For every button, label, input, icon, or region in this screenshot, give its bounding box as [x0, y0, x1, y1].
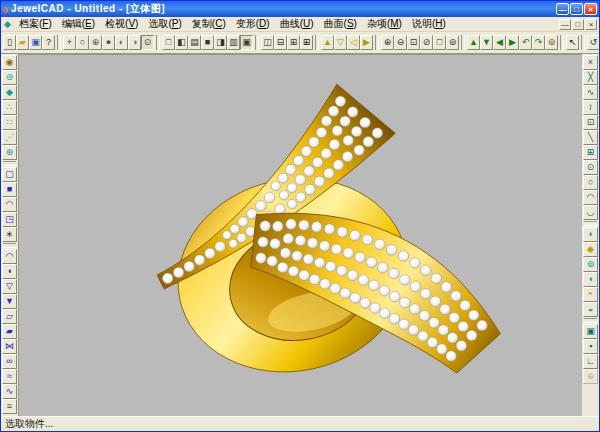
arc-filled-button[interactable]: ◖	[2, 264, 17, 279]
view-down-button[interactable]: ▽	[334, 35, 347, 50]
delete-point-button[interactable]: ╳	[583, 70, 598, 85]
triangle-filled-button[interactable]: ▼	[2, 294, 17, 309]
mdi-child-icon[interactable]: ◆	[4, 19, 11, 29]
dimension-tool-button[interactable]: ≡	[2, 399, 17, 414]
pan-right-button[interactable]: ▶	[506, 35, 519, 50]
select-cursor-button[interactable]: ↖	[566, 35, 579, 50]
zoom-out-button[interactable]: ⊖	[394, 35, 407, 50]
ring-wizard-button[interactable]: ⊜	[2, 70, 17, 85]
prong-tool-button[interactable]: ◖	[583, 272, 598, 287]
menu-help[interactable]: 说明(H)	[407, 18, 451, 29]
loft-surface-button[interactable]: ∞	[2, 354, 17, 369]
open-folder-button[interactable]: ▰	[16, 35, 29, 50]
zoom-window-button[interactable]: ⊡	[407, 35, 420, 50]
bead-tool-button[interactable]: ∴	[2, 100, 17, 115]
parallelogram-filled-button[interactable]: ▰	[2, 324, 17, 339]
pan-up-button[interactable]: ▲	[467, 35, 480, 50]
arc-up-button[interactable]: ◠	[583, 190, 598, 205]
mdi-minimize-button[interactable]: —	[559, 19, 571, 30]
sphere-half-left-button[interactable]: ◐	[115, 35, 128, 50]
edit-curve-button[interactable]: ≀	[583, 100, 598, 115]
square-hatch2-button[interactable]: ▥	[227, 35, 240, 50]
sphere-solid-button[interactable]: ●	[102, 35, 115, 50]
split-vertical-button[interactable]: ◫	[261, 35, 274, 50]
menu-view[interactable]: 检视(V)	[100, 18, 143, 29]
sphere-half-right-button[interactable]: ◑	[128, 35, 141, 50]
triangle-outline-button[interactable]: ▽	[2, 279, 17, 294]
menu-misc[interactable]: 杂项(M)	[362, 18, 407, 29]
titlebar[interactable]: ♦ JewelCAD - Untitled - [立体图] —□×	[1, 1, 599, 17]
menu-select[interactable]: 选取(P)	[143, 18, 186, 29]
rotate-right-button[interactable]: ↷	[532, 35, 545, 50]
square-white-button[interactable]: □	[162, 35, 175, 50]
save-button[interactable]: ▣	[29, 35, 42, 50]
point-object-button[interactable]: ▪	[583, 339, 598, 354]
polyline-tool-button[interactable]: ∿	[2, 384, 17, 399]
menu-file[interactable]: 档案(F)	[14, 18, 57, 29]
menu-surface[interactable]: 曲面(S)	[319, 18, 362, 29]
axes-button[interactable]: +	[63, 35, 76, 50]
control-point-button[interactable]: ⊡	[583, 115, 598, 130]
mdi-restore-button[interactable]: □	[572, 19, 584, 30]
channel-tool-button[interactable]: ◓	[583, 287, 598, 302]
corner-tool-button[interactable]: ◳	[2, 212, 17, 227]
zoom-previous-button[interactable]: ⊘	[420, 35, 433, 50]
square-right-black-button[interactable]: ◨	[214, 35, 227, 50]
minimize-button[interactable]: —	[556, 3, 569, 15]
mdi-close-button[interactable]: ×	[585, 19, 597, 30]
ball-joint-button[interactable]: ⊚	[583, 257, 598, 272]
view-render-button[interactable]: ◉	[2, 55, 17, 70]
render-view-button[interactable]: ⊚	[545, 35, 558, 50]
view-up-button[interactable]: ▲	[321, 35, 334, 50]
menu-edit[interactable]: 编辑(E)	[57, 18, 100, 29]
rect-outline-button[interactable]: ▢	[2, 167, 17, 182]
rect-filled-button[interactable]: ■	[2, 182, 17, 197]
close-button[interactable]: ×	[584, 3, 597, 15]
new-file-button[interactable]: ▯	[3, 35, 16, 50]
center-circle-button[interactable]: ⊙	[583, 160, 598, 175]
menu-transform[interactable]: 变形(D)	[231, 18, 275, 29]
menu-curve[interactable]: 曲线(U)	[275, 18, 319, 29]
square-frame-button[interactable]: ▣	[240, 35, 253, 50]
angle-tool-button[interactable]: ∟	[583, 354, 598, 369]
split-horizontal-button[interactable]: ⊟	[274, 35, 287, 50]
bowtie-surface-button[interactable]: ⋈	[2, 339, 17, 354]
point-edit-button[interactable]: ∗	[2, 227, 17, 242]
split-grid-button[interactable]: ⊞	[300, 35, 313, 50]
square-left-black-button[interactable]: ◧	[175, 35, 188, 50]
parallelogram-outline-button[interactable]: ▱	[2, 309, 17, 324]
rotate-left-button[interactable]: ↶	[519, 35, 532, 50]
split-quad-button[interactable]: ⊞	[287, 35, 300, 50]
wave-surface-button[interactable]: ≈	[2, 369, 17, 384]
menu-copy[interactable]: 复制(C)	[187, 18, 231, 29]
arc-open-button[interactable]: ◡	[583, 205, 598, 220]
square-hatch-button[interactable]: ▤	[188, 35, 201, 50]
restore-button[interactable]: □	[570, 3, 583, 15]
pave-tool-button[interactable]: ∷	[2, 115, 17, 130]
pan-down-button[interactable]: ▼	[480, 35, 493, 50]
gem-tool-button[interactable]: ◆	[2, 85, 17, 100]
smooth-curve-button[interactable]: ∿	[583, 85, 598, 100]
line-tool-button[interactable]: ╲	[583, 130, 598, 145]
context-help-button[interactable]: ?	[42, 35, 55, 50]
bead-line-button[interactable]: ⋰	[2, 130, 17, 145]
dome-setting-button[interactable]: ◒	[583, 302, 598, 317]
view-right-button[interactable]: ▶	[360, 35, 373, 50]
viewport-canvas[interactable]	[18, 54, 582, 416]
dome-tool-button[interactable]: ◠	[2, 197, 17, 212]
circle-tool-button[interactable]: ○	[583, 175, 598, 190]
gem-setting-button[interactable]: ◆	[583, 242, 598, 257]
zoom-in-button[interactable]: ⊕	[381, 35, 394, 50]
zoom-box-button[interactable]: □	[433, 35, 446, 50]
move-point-button[interactable]: ×	[583, 55, 598, 70]
arc-outline-button[interactable]: ◠	[2, 249, 17, 264]
square-solid-button[interactable]: ■	[201, 35, 214, 50]
pipe-tool-button[interactable]: ◗	[583, 227, 598, 242]
zoom-all-button[interactable]: ⊚	[446, 35, 459, 50]
wire-circle-button[interactable]: ○	[76, 35, 89, 50]
cluster-tool-button[interactable]: ⊛	[2, 145, 17, 160]
view-left-button[interactable]: ◁	[347, 35, 360, 50]
grid-point-button[interactable]: ⊞	[583, 145, 598, 160]
sphere-shaded-button[interactable]: ⊙	[141, 35, 154, 50]
sphere-hatch-button[interactable]: ⊕	[89, 35, 102, 50]
